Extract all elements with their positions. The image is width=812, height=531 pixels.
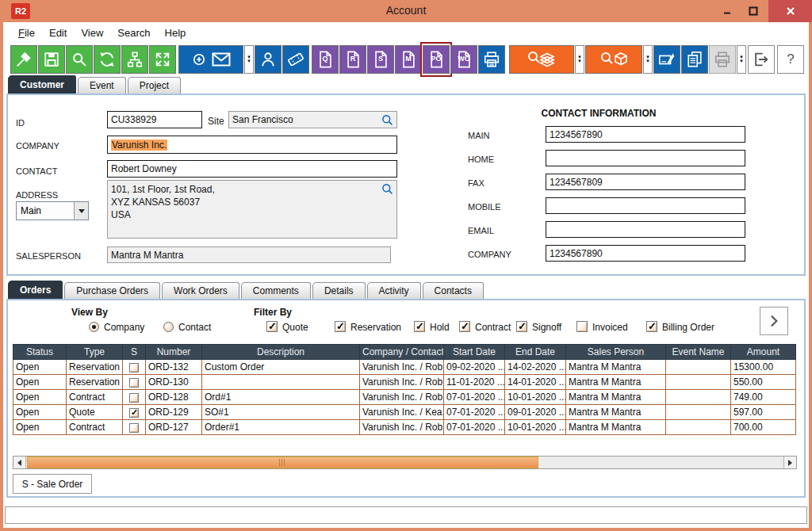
mobile-input[interactable] <box>550 201 741 212</box>
id-input[interactable] <box>111 114 198 125</box>
sale-order-button[interactable]: S <box>367 45 394 74</box>
row-s-checkbox[interactable] <box>129 408 139 418</box>
radio-company-label[interactable]: Company <box>104 322 144 333</box>
col-type[interactable]: Type <box>67 345 123 360</box>
table-row[interactable]: Open Quote ORD-129 SO#1 Varunish Inc. / … <box>13 405 796 420</box>
scrollbar-thumb[interactable] <box>27 457 538 468</box>
menu-search[interactable]: Search <box>110 25 157 41</box>
checkbox-invoiced-label[interactable]: Invoiced <box>592 322 628 333</box>
purchase-order-button[interactable]: PO <box>423 45 450 74</box>
misc-order-button[interactable]: M <box>395 45 422 74</box>
tab-details[interactable]: Details <box>312 282 366 299</box>
email-input[interactable] <box>550 224 741 235</box>
search-inventory-dropdown[interactable]: ▼▼ <box>575 45 584 74</box>
col-sales-person[interactable]: Sales Person <box>566 345 666 360</box>
table-row[interactable]: Open Contract ORD-127 Order#1 Varunish I… <box>13 420 796 435</box>
col-number[interactable]: Number <box>146 345 202 360</box>
hierarchy-button[interactable] <box>121 45 148 74</box>
minimize-button[interactable] <box>716 0 738 22</box>
row-s-checkbox[interactable] <box>129 393 139 403</box>
col-event-name[interactable]: Event Name <box>666 345 731 360</box>
row-s-checkbox[interactable] <box>129 363 139 372</box>
radio-company[interactable] <box>89 322 99 332</box>
tab-comments[interactable]: Comments <box>241 282 311 299</box>
menu-edit[interactable]: Edit <box>42 25 74 41</box>
close-button[interactable] <box>768 0 812 22</box>
help-button[interactable]: ? <box>777 45 804 74</box>
checkbox-signoff[interactable] <box>516 321 527 332</box>
fax-field[interactable] <box>546 174 745 190</box>
tools-button[interactable] <box>10 45 37 74</box>
copy-button[interactable] <box>681 45 708 74</box>
exit-button[interactable] <box>748 45 775 74</box>
work-order-button[interactable]: WO <box>450 45 477 74</box>
horizontal-scrollbar[interactable] <box>13 456 797 469</box>
tab-work-orders[interactable]: Work Orders <box>162 282 239 299</box>
home-phone-field[interactable] <box>546 150 745 166</box>
expand-button[interactable] <box>149 45 176 74</box>
reservation-button[interactable]: R <box>339 45 366 74</box>
home-phone-input[interactable] <box>550 153 741 164</box>
ticket-button[interactable] <box>282 45 309 74</box>
checkbox-hold-label[interactable]: Hold <box>430 322 450 333</box>
tab-activity[interactable]: Activity <box>367 282 421 299</box>
checkbox-invoiced[interactable] <box>576 321 588 332</box>
col-end-date[interactable]: End Date <box>505 345 566 360</box>
quote-button[interactable]: Q <box>312 45 339 74</box>
checkbox-contract-label[interactable]: Contract <box>475 322 511 333</box>
checkbox-quote[interactable] <box>266 321 278 332</box>
checkbox-hold[interactable] <box>414 321 425 332</box>
tab-orders[interactable]: Orders <box>8 281 63 299</box>
next-button[interactable] <box>760 307 788 335</box>
checkbox-billing-order[interactable] <box>646 321 657 332</box>
compose-email-button[interactable] <box>178 45 243 74</box>
col-status[interactable]: Status <box>13 345 67 360</box>
search-package-button[interactable] <box>585 45 642 74</box>
tab-customer[interactable]: Customer <box>8 75 76 94</box>
sale-order-legend[interactable]: S - Sale Order <box>13 474 92 494</box>
tab-project[interactable]: Project <box>128 77 181 94</box>
col-description[interactable]: Description <box>202 345 360 360</box>
address-field[interactable]: 101, 1st Floor, 1st Road, XYZ KANSAS 560… <box>107 180 397 239</box>
checkbox-quote-label[interactable]: Quote <box>282 322 308 333</box>
mobile-field[interactable] <box>546 197 745 214</box>
radio-contact-label[interactable]: Contact <box>178 322 211 333</box>
table-row[interactable]: Open Contract ORD-128 Ord#1 Varunish Inc… <box>13 390 796 405</box>
search-button[interactable] <box>66 45 93 74</box>
row-s-checkbox[interactable] <box>129 423 139 433</box>
refresh-button[interactable] <box>94 45 121 74</box>
company-field[interactable]: Varunish Inc. <box>107 136 397 154</box>
fax-input[interactable] <box>550 177 741 188</box>
menu-help[interactable]: Help <box>158 25 193 41</box>
col-amount[interactable]: Amount <box>731 345 796 360</box>
tab-purchase-orders[interactable]: Purchase Orders <box>64 282 160 299</box>
checkbox-reservation-label[interactable]: Reservation <box>350 322 401 333</box>
search-inventory-button[interactable] <box>509 45 574 74</box>
col-start-date[interactable]: Start Date <box>444 345 505 360</box>
contact-person-button[interactable] <box>255 45 282 74</box>
table-row[interactable]: Open Reservation ORD-130 Varunish Inc. /… <box>13 375 796 390</box>
main-phone-field[interactable] <box>546 126 745 143</box>
company-phone-input[interactable] <box>550 248 741 259</box>
scroll-left-button[interactable] <box>13 457 26 468</box>
email-dropdown-button[interactable]: ▼▼ <box>244 45 254 74</box>
tab-event[interactable]: Event <box>78 77 126 94</box>
site-search-icon[interactable] <box>381 114 393 126</box>
id-field[interactable] <box>107 111 202 128</box>
address-type-combo[interactable]: Main <box>16 201 89 220</box>
edit-signature-button[interactable] <box>653 45 680 74</box>
col-company-contact[interactable]: Company / Contact <box>360 345 444 360</box>
email-field[interactable] <box>546 221 745 238</box>
search-package-dropdown[interactable]: ▼▼ <box>643 45 653 74</box>
site-field[interactable]: San Francisco <box>228 111 397 128</box>
row-s-checkbox[interactable] <box>129 378 139 388</box>
menu-view[interactable]: View <box>74 25 110 41</box>
menu-file[interactable]: File <box>11 25 42 41</box>
contact-field[interactable] <box>107 160 397 178</box>
col-s[interactable]: S <box>123 345 146 360</box>
main-phone-input[interactable] <box>550 129 741 140</box>
maximize-button[interactable] <box>742 0 764 22</box>
radio-contact[interactable] <box>163 322 174 332</box>
save-button[interactable] <box>38 45 65 74</box>
checkbox-signoff-label[interactable]: Signoff <box>532 322 561 333</box>
